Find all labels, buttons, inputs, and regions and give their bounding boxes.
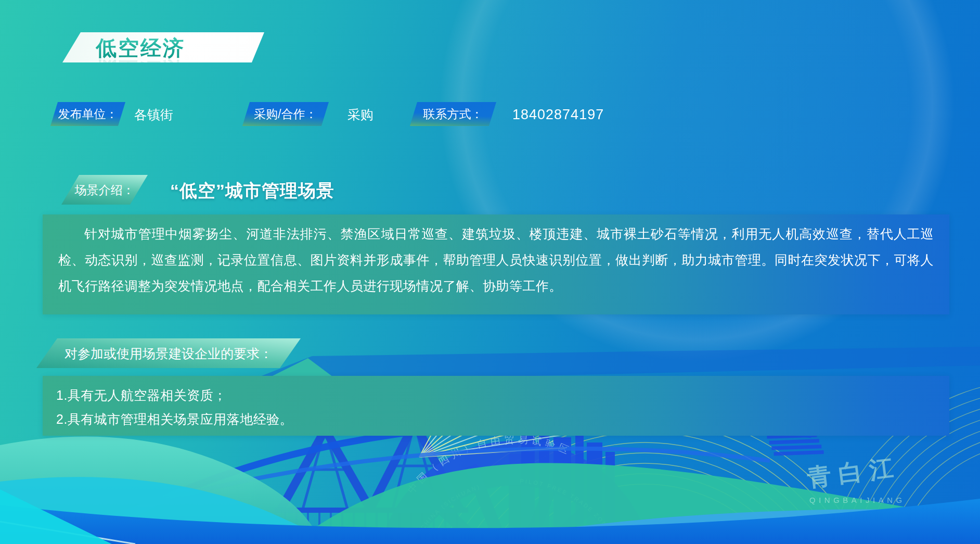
requirement-item-2: 2.具有城市管理相关场景应用落地经验。	[56, 407, 934, 431]
contact-phone: 18402874197	[512, 102, 604, 126]
watermark-cn: 青白江	[805, 451, 905, 495]
requirements-badge: 对参加或使用场景建设企业的要求：	[36, 338, 301, 368]
contact-badge: 联系方式：	[414, 102, 493, 126]
scene-intro-badge: 场景介绍：	[61, 175, 148, 205]
scene-title: “低空”城市管理场景	[170, 177, 334, 204]
publisher-value: 各镇街	[134, 102, 173, 126]
scene-description-panel: 针对城市管理中烟雾扬尘、河道非法排污、禁渔区域日常巡查、建筑垃圾、楼顶违建、城市…	[43, 214, 949, 314]
requirements-panel: 1.具有无人航空器相关资质； 2.具有城市管理相关场景应用落地经验。	[43, 376, 949, 436]
title-banner: 低空经济 低空经济	[62, 32, 264, 62]
procurement-badge: 采购/合作：	[246, 102, 325, 126]
content-layer: 低空经济 低空经济 发布单位： 各镇街 采购/合作： 采购 联系方式： 1840…	[0, 0, 980, 544]
publisher-badge-label: 发布单位：	[54, 102, 122, 126]
banner-title-reflection: 低空经济	[96, 55, 185, 85]
slide-canvas: 中国（四川）自由贸易试验区 CHINA (SICHUAN) PILOT FREE…	[0, 0, 980, 544]
requirement-item-1: 1.具有无人航空器相关资质；	[56, 383, 934, 407]
procurement-badge-label: 采购/合作：	[246, 102, 325, 126]
watermark-en: QINGBAIJIANG	[809, 496, 906, 504]
procurement-value: 采购	[347, 102, 373, 126]
watermark: 青白江 QINGBAIJIANG	[809, 462, 906, 504]
scene-description: 针对城市管理中烟雾扬尘、河道非法排污、禁渔区域日常巡查、建筑垃圾、楼顶违建、城市…	[58, 221, 934, 299]
contact-badge-label: 联系方式：	[414, 102, 493, 126]
publisher-badge: 发布单位：	[54, 102, 122, 126]
